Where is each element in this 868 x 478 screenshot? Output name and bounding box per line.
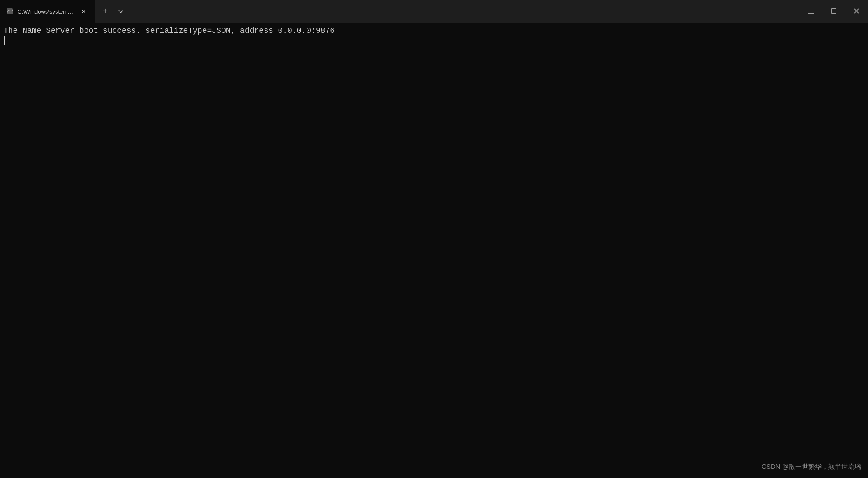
active-tab[interactable]: C:\ C:\Windows\system32\cmd.e... bbox=[0, 0, 95, 23]
watermark: CSDN @散一世繁华，颠半世琉璃 bbox=[762, 462, 861, 471]
terminal-line-1: The Name Server boot success. serializeT… bbox=[4, 25, 864, 36]
title-bar: C:\ C:\Windows\system32\cmd.e... + bbox=[0, 0, 868, 23]
terminal-output-text: The Name Server boot success. serializeT… bbox=[4, 25, 335, 36]
tab-dropdown-button[interactable] bbox=[114, 4, 128, 18]
tab-title-text: C:\Windows\system32\cmd.e... bbox=[18, 8, 74, 15]
terminal-cursor-line bbox=[4, 36, 864, 45]
close-icon bbox=[854, 8, 859, 15]
svg-rect-5 bbox=[832, 9, 836, 13]
terminal-content[interactable]: The Name Server boot success. serializeT… bbox=[0, 23, 868, 478]
maximize-button[interactable] bbox=[822, 0, 845, 23]
new-tab-icon: + bbox=[103, 7, 108, 16]
new-tab-button[interactable]: + bbox=[96, 3, 114, 20]
tab-close-button[interactable] bbox=[79, 7, 88, 16]
minimize-icon bbox=[808, 8, 814, 15]
terminal-window: C:\ C:\Windows\system32\cmd.e... + bbox=[0, 0, 868, 478]
tab-area: C:\ C:\Windows\system32\cmd.e... + bbox=[0, 0, 800, 23]
maximize-icon bbox=[831, 8, 836, 15]
close-button[interactable] bbox=[845, 0, 868, 23]
svg-text:C:\: C:\ bbox=[7, 10, 13, 14]
terminal-cursor bbox=[4, 36, 5, 45]
minimize-button[interactable] bbox=[800, 0, 822, 23]
window-controls bbox=[800, 0, 868, 23]
terminal-icon: C:\ bbox=[6, 8, 13, 15]
